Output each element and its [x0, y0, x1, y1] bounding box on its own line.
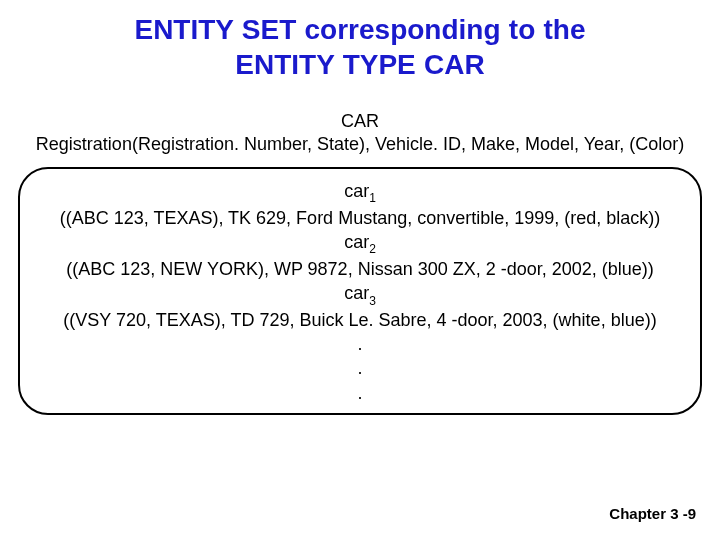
entity-tuple: ((ABC 123, TEXAS), TK 629, Ford Mustang,…: [32, 206, 688, 230]
entity-tuple: ((ABC 123, NEW YORK), WP 9872, Nissan 30…: [32, 257, 688, 281]
slide-title: ENTITY SET corresponding to the ENTITY T…: [14, 12, 706, 82]
entity-label: car3: [32, 281, 688, 308]
entity-set-box: car1 ((ABC 123, TEXAS), TK 629, Ford Mus…: [18, 167, 702, 415]
title-line-2: ENTITY TYPE CAR: [235, 49, 484, 80]
entity-label: car2: [32, 230, 688, 257]
ellipsis-dot: .: [32, 356, 688, 380]
schema-name: CAR: [14, 110, 706, 133]
ellipsis-dot: .: [32, 332, 688, 356]
entity-schema: CAR Registration(Registration. Number, S…: [14, 110, 706, 157]
title-line-1: ENTITY SET corresponding to the: [134, 14, 585, 45]
page-footer: Chapter 3 -9: [609, 505, 696, 522]
entity-tuple: ((VSY 720, TEXAS), TD 729, Buick Le. Sab…: [32, 308, 688, 332]
ellipsis-dot: .: [32, 381, 688, 405]
slide: ENTITY SET corresponding to the ENTITY T…: [0, 0, 720, 540]
schema-attributes: Registration(Registration. Number, State…: [14, 133, 706, 156]
entity-label: car1: [32, 179, 688, 206]
